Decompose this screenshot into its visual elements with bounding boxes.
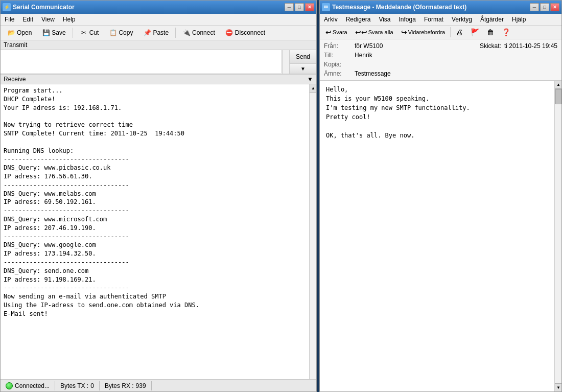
subject-row: Ämne: Testmessage bbox=[324, 69, 557, 78]
paste-button[interactable]: 📌 Paste bbox=[138, 27, 173, 39]
open-button[interactable]: 📂 Open bbox=[3, 27, 36, 39]
menu-help[interactable]: Help bbox=[59, 15, 80, 24]
copy-icon: 📋 bbox=[109, 29, 117, 37]
cc-row: Kopia: bbox=[324, 60, 557, 69]
email-menu-format[interactable]: Format bbox=[420, 15, 448, 24]
email-minimize-button[interactable]: ─ bbox=[530, 3, 539, 11]
open-icon: 📂 bbox=[7, 29, 15, 37]
print-icon: 🖨 bbox=[456, 28, 463, 36]
serial-close-button[interactable]: ✕ bbox=[305, 3, 314, 11]
email-scroll-thumb[interactable] bbox=[555, 89, 561, 104]
bytes-rx-label: Bytes RX : bbox=[105, 382, 134, 389]
sent-value: ti 2011-10-25 19:45 bbox=[504, 42, 557, 50]
serial-maximize-button[interactable]: □ bbox=[295, 3, 304, 11]
sent-label: Skickat: bbox=[480, 42, 501, 50]
transmit-scrollbar[interactable] bbox=[282, 50, 289, 74]
bytes-tx-label: Bytes TX : bbox=[60, 382, 88, 389]
bytes-tx-segment: Bytes TX : 0 bbox=[55, 381, 100, 390]
svara-alla-button[interactable]: ↩↩ Svara alla bbox=[352, 27, 397, 38]
email-app-icon: ✉ bbox=[322, 3, 330, 11]
email-scrollbar[interactable]: ▲ ▼ bbox=[554, 81, 561, 391]
email-toolbar: ↩ Svara ↩↩ Svara alla ↪ Vidarebefordra 🖨… bbox=[320, 26, 561, 39]
email-menu-bar: Arkiv Redigera Visa Infoga Format Verkty… bbox=[320, 14, 561, 26]
delete-button[interactable]: 🗑 bbox=[483, 27, 498, 38]
svara-alla-icon: ↩↩ bbox=[355, 28, 367, 36]
transmit-label: Transmit bbox=[4, 41, 27, 49]
menu-edit[interactable]: Edit bbox=[18, 15, 37, 24]
subject-value: Testmessage bbox=[355, 70, 391, 77]
cc-label: Kopia: bbox=[324, 61, 355, 68]
email-menu-visa[interactable]: Visa bbox=[374, 15, 394, 24]
toolbar-sep-2 bbox=[175, 28, 176, 38]
serial-toolbar: 📂 Open 💾 Save ✂ Cut 📋 Copy 📌 Paste 🔌 Con… bbox=[1, 26, 316, 40]
connection-status: Connected... bbox=[4, 381, 55, 390]
flag-icon: 🚩 bbox=[471, 28, 479, 36]
from-value: för W5100 bbox=[355, 42, 383, 50]
print-button[interactable]: 🖨 bbox=[452, 27, 466, 38]
from-label: Från: bbox=[324, 42, 355, 50]
transmit-input[interactable] bbox=[1, 50, 282, 73]
scroll-up-arrow[interactable]: ▲ bbox=[310, 84, 316, 93]
svara-icon: ↩ bbox=[325, 28, 332, 36]
send-dropdown-button[interactable]: ▼ bbox=[290, 64, 316, 74]
menu-file[interactable]: File bbox=[1, 15, 18, 24]
svara-button[interactable]: ↩ Svara bbox=[322, 27, 351, 38]
email-menu-redigera[interactable]: Redigera bbox=[342, 15, 375, 24]
from-row: Från: för W5100 Skickat: ti 2011-10-25 1… bbox=[324, 41, 557, 51]
serial-status-bar: Connected... Bytes TX : 0 Bytes RX : 939 bbox=[1, 379, 316, 391]
connect-icon: 🔌 bbox=[182, 29, 191, 37]
paste-icon: 📌 bbox=[143, 29, 151, 37]
help-button[interactable]: ❓ bbox=[498, 27, 514, 38]
email-menu-infoga[interactable]: Infoga bbox=[395, 15, 420, 24]
flag-button[interactable]: 🚩 bbox=[467, 27, 483, 38]
vidarebefordra-button[interactable]: ↪ Vidarebefordra bbox=[397, 27, 449, 38]
connect-button[interactable]: 🔌 Connect bbox=[178, 27, 220, 39]
copy-button[interactable]: 📋 Copy bbox=[104, 27, 137, 39]
email-scroll-up-arrow[interactable]: ▲ bbox=[555, 81, 561, 89]
to-label: Till: bbox=[324, 52, 355, 59]
email-menu-atgarder[interactable]: Åtgärder bbox=[476, 15, 508, 24]
email-scroll-down-arrow[interactable]: ▼ bbox=[555, 383, 561, 391]
receive-text: Program start... DHCP Complete! Your IP … bbox=[4, 86, 306, 318]
help-icon: ❓ bbox=[502, 28, 510, 36]
receive-scrollbar[interactable]: ▲ bbox=[309, 84, 316, 379]
toolbar-sep-1 bbox=[73, 28, 73, 38]
email-body: Hello, This is your W5100 speaking. I'm … bbox=[320, 81, 554, 391]
serial-app-icon: ⚡ bbox=[3, 3, 11, 11]
email-close-button[interactable]: ✕ bbox=[550, 3, 559, 11]
bytes-rx-value: 939 bbox=[136, 382, 146, 389]
email-window-title: Testmessage - Meddelande (Oformaterad te… bbox=[332, 4, 466, 11]
connection-text: Connected... bbox=[15, 382, 50, 389]
email-menu-verktyg[interactable]: Verktyg bbox=[448, 15, 476, 24]
receive-dropdown-icon[interactable]: ▼ bbox=[307, 76, 313, 83]
serial-communicator-window: ⚡ Serial Communicator ─ □ ✕ File Edit Vi… bbox=[0, 0, 317, 392]
email-menu-arkiv[interactable]: Arkiv bbox=[320, 15, 342, 24]
serial-minimize-button[interactable]: ─ bbox=[285, 3, 294, 11]
email-menu-hjalp[interactable]: Hjälp bbox=[508, 15, 530, 24]
cut-button[interactable]: ✂ Cut bbox=[75, 27, 104, 39]
cut-icon: ✂ bbox=[80, 29, 88, 37]
serial-menu-bar: File Edit View Help bbox=[1, 14, 316, 26]
email-header-section: Från: för W5100 Skickat: ti 2011-10-25 1… bbox=[320, 39, 561, 81]
send-button[interactable]: Send bbox=[290, 50, 316, 64]
bytes-tx-value: 0 bbox=[90, 382, 94, 389]
save-icon: 💾 bbox=[42, 29, 50, 37]
email-window: ✉ Testmessage - Meddelande (Oformaterad … bbox=[319, 0, 562, 392]
subject-label: Ämne: bbox=[324, 70, 355, 77]
email-maximize-button[interactable]: □ bbox=[540, 3, 549, 11]
connected-indicator bbox=[6, 382, 13, 389]
receive-content: Program start... DHCP Complete! Your IP … bbox=[1, 84, 309, 379]
serial-window-title: Serial Communicator bbox=[13, 4, 75, 11]
disconnect-icon: ⛔ bbox=[225, 29, 233, 37]
serial-title-bar: ⚡ Serial Communicator ─ □ ✕ bbox=[1, 1, 316, 14]
transmit-section: Transmit Send ▼ bbox=[1, 40, 316, 74]
receive-section: Receive ▼ Program start... DHCP Complete… bbox=[1, 74, 316, 379]
disconnect-button[interactable]: ⛔ Disconnect bbox=[221, 27, 270, 39]
save-button[interactable]: 💾 Save bbox=[37, 27, 70, 39]
menu-view[interactable]: View bbox=[37, 15, 59, 24]
email-body-text: Hello, This is your W5100 speaking. I'm … bbox=[326, 85, 548, 140]
vidarebefordra-icon: ↪ bbox=[401, 28, 407, 36]
to-value: Henrik bbox=[355, 52, 372, 59]
bytes-rx-segment: Bytes RX : 939 bbox=[100, 381, 152, 390]
to-row: Till: Henrik bbox=[324, 51, 557, 60]
